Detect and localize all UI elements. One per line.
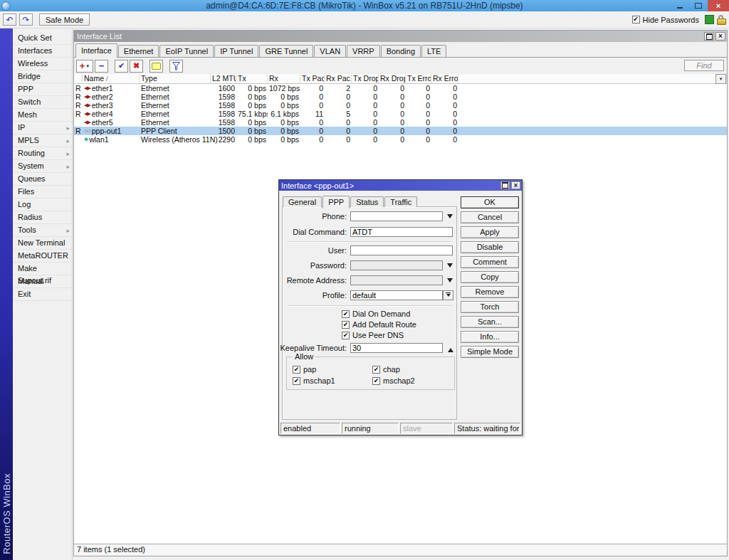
sidebar-item-tools[interactable]: Tools▸ <box>13 224 72 237</box>
comment-button[interactable] <box>150 60 163 73</box>
remote-address-dropdown-icon[interactable] <box>447 278 453 285</box>
sidebar-item-exit[interactable]: Exit <box>13 288 72 301</box>
sidebar-item-routing[interactable]: Routing▸ <box>13 147 72 160</box>
ok-button[interactable]: OK <box>461 196 519 208</box>
sidebar-item-files[interactable]: Files <box>13 186 72 199</box>
table-row-ether3[interactable]: R◀▶ether3Ethernet15980 bps0 bps000000 <box>74 101 727 110</box>
tab-gre-tunnel[interactable]: GRE Tunnel <box>259 45 313 57</box>
safe-mode-button[interactable]: Safe Mode <box>39 14 90 26</box>
sidebar-item-ppp[interactable]: PPP <box>13 83 72 96</box>
torch-button[interactable]: Torch <box>461 301 519 313</box>
dialog-tab-status[interactable]: Status <box>350 196 384 207</box>
column-header-tx-drops[interactable]: Tx Drops <box>352 74 379 83</box>
sidebar-item-bridge[interactable]: Bridge <box>13 70 72 83</box>
sidebar-item-mpls[interactable]: MPLS▸ <box>13 134 72 147</box>
comment-button[interactable]: Comment <box>461 256 519 268</box>
info-button[interactable]: Info... <box>461 331 519 343</box>
enable-button[interactable]: ✔ <box>115 60 128 73</box>
sidebar-item-make-supout-rif[interactable]: Make Supout.rif <box>13 263 72 275</box>
close-button[interactable]: × <box>708 0 729 11</box>
checkbox-mschap1[interactable]: ✔mschap1 <box>293 376 335 385</box>
add-interface-button[interactable]: + ▼ <box>76 60 93 73</box>
cancel-button[interactable]: Cancel <box>461 211 519 223</box>
column-header-tx[interactable]: Tx <box>236 74 268 83</box>
profile-combo-button[interactable] <box>443 290 453 300</box>
interface-list-close-button[interactable]: × <box>715 32 725 41</box>
tab-vrrp[interactable]: VRRP <box>347 45 380 57</box>
column-header-blank-0[interactable] <box>74 74 83 83</box>
profile-input[interactable] <box>350 290 443 300</box>
user-input[interactable] <box>350 245 453 255</box>
tab-vlan[interactable]: VLAN <box>314 45 346 57</box>
dialog-maximize-button[interactable] <box>500 181 510 189</box>
table-row-ether1[interactable]: R◀▶ether1Ethernet16000 bps1072 bps020000 <box>74 84 727 93</box>
dial-command-input[interactable] <box>350 227 453 237</box>
checkbox-use-peer-dns[interactable]: ✔Use Peer DNS <box>342 331 404 339</box>
sidebar-item-interfaces[interactable]: Interfaces <box>13 45 72 58</box>
column-header-rx-drops[interactable]: Rx Drops <box>379 74 406 83</box>
undo-button[interactable]: ↶ <box>3 14 16 26</box>
dialog-close-button[interactable]: × <box>511 181 520 189</box>
checkbox-dial-on-demand[interactable]: ✔Dial On Demand <box>342 310 410 318</box>
dialog-tab-ppp[interactable]: PPP <box>322 196 350 208</box>
table-row-ppp-out1[interactable]: R◇◇ppp-out1PPP Client15000 bps0 bps00000… <box>74 127 727 135</box>
keepalive-input[interactable] <box>350 343 443 353</box>
password-input[interactable] <box>350 260 443 270</box>
tab-ip-tunnel[interactable]: IP Tunnel <box>214 45 258 57</box>
find-button[interactable]: Find <box>684 60 724 71</box>
phone-dropdown-icon[interactable] <box>447 214 453 221</box>
sidebar-item-manual[interactable]: Manual <box>13 275 72 288</box>
dialog-tab-traffic[interactable]: Traffic <box>384 196 417 207</box>
sidebar-item-switch[interactable]: Switch <box>13 96 72 109</box>
column-header-rx-errors[interactable]: Rx Errors <box>431 74 458 83</box>
column-header-rx[interactable]: Rx <box>268 74 300 83</box>
sidebar-item-mesh[interactable]: Mesh <box>13 109 72 122</box>
sidebar-item-metarouter[interactable]: MetaROUTER <box>13 250 72 263</box>
column-chooser-dropdown[interactable]: ▼ <box>715 74 726 84</box>
keepalive-up-icon[interactable] <box>448 345 453 352</box>
sidebar-item-queues[interactable]: Queues <box>13 173 72 186</box>
column-header-l2-mtu[interactable]: L2 MTU <box>211 74 236 83</box>
phone-input[interactable] <box>350 211 443 221</box>
table-row-ether5[interactable]: ◀▶ether5Ethernet15980 bps0 bps000000 <box>74 118 727 127</box>
tab-lte[interactable]: LTE <box>421 45 446 57</box>
column-header-type[interactable]: Type <box>140 74 211 83</box>
copy-button[interactable]: Copy <box>461 271 519 283</box>
sidebar-item-new-terminal[interactable]: New Terminal <box>13 237 72 250</box>
password-dropdown-icon[interactable] <box>447 263 453 270</box>
disable-button[interactable]: ✖ <box>130 60 143 73</box>
dialog-tab-general[interactable]: General <box>283 196 322 207</box>
table-row-ether2[interactable]: R◀▶ether2Ethernet15980 bps0 bps000000 <box>74 93 727 101</box>
sidebar-item-ip[interactable]: IP▸ <box>13 122 72 134</box>
redo-button[interactable]: ↷ <box>19 14 33 26</box>
restore-button[interactable] <box>689 0 708 11</box>
sidebar-item-log[interactable]: Log <box>13 199 72 211</box>
column-header-tx-errors[interactable]: Tx Errors <box>406 74 431 83</box>
column-header-rx-pac[interactable]: Rx Pac... <box>325 74 352 83</box>
scan-button[interactable]: Scan... <box>461 316 519 328</box>
interface-list-maximize-button[interactable] <box>704 32 714 41</box>
sidebar-item-quick-set[interactable]: Quick Set <box>13 32 72 45</box>
apply-button[interactable]: Apply <box>461 226 519 238</box>
sidebar-item-wireless[interactable]: Wireless <box>13 58 72 70</box>
table-row-ether4[interactable]: R◀▶ether4Ethernet159875.1 kbps6.1 kbps11… <box>74 110 727 118</box>
minimize-button[interactable] <box>671 0 689 11</box>
tab-ethernet[interactable]: Ethernet <box>118 45 159 57</box>
tab-bonding[interactable]: Bonding <box>381 45 421 57</box>
checkbox-pap[interactable]: ✔pap <box>293 365 316 374</box>
checkbox-chap[interactable]: ✔chap <box>372 365 400 374</box>
table-row-wlan1[interactable]: ◈wlan1Wireless (Atheros 11N)22900 bps0 b… <box>74 135 727 144</box>
column-header-name[interactable]: Name/ <box>83 74 140 83</box>
checkbox-add-default-route[interactable]: ✔Add Default Route <box>342 320 416 329</box>
remote-address-input[interactable] <box>350 275 443 285</box>
column-header-tx-pac[interactable]: Tx Pac... <box>300 74 325 83</box>
checkbox-mschap2[interactable]: ✔mschap2 <box>372 376 415 385</box>
remove-button[interactable]: Remove <box>461 286 519 298</box>
simple-mode-button[interactable]: Simple Mode <box>461 346 519 358</box>
tab-interface[interactable]: Interface <box>75 43 117 58</box>
sidebar-item-system[interactable]: System▸ <box>13 160 72 173</box>
sidebar-item-radius[interactable]: Radius <box>13 211 72 224</box>
hide-passwords-checkbox[interactable]: ✔ <box>632 16 640 23</box>
disable-button[interactable]: Disable <box>461 241 519 253</box>
tab-eoip-tunnel[interactable]: EoIP Tunnel <box>159 45 214 57</box>
